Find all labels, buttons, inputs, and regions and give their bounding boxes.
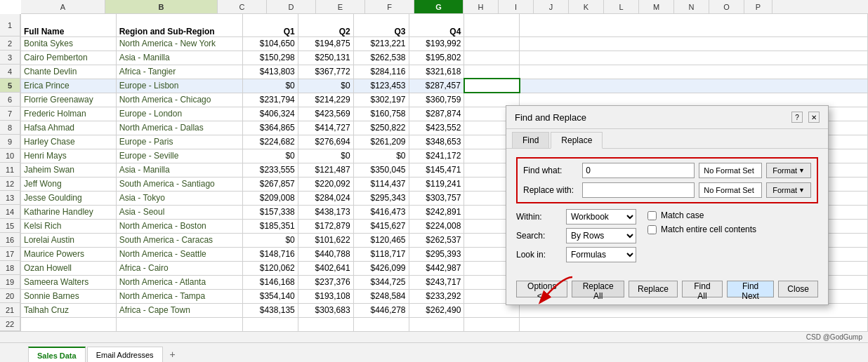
sheet-tab-email-addresses[interactable]: Email Addresses	[87, 347, 163, 362]
dialog-footer: Options << Replace All Replace Find All …	[506, 275, 828, 304]
col-header-D[interactable]: D	[267, 0, 316, 13]
row-header-19[interactable]: 19	[0, 275, 20, 289]
find-what-input-wrap: No Format Set Format ▼	[582, 163, 811, 178]
cell-F1[interactable]: Q4	[409, 14, 464, 36]
cell-C1[interactable]: Q1	[242, 14, 298, 36]
col-header-F[interactable]: F	[365, 0, 414, 13]
col-header-C[interactable]: C	[218, 0, 267, 13]
col-header-K[interactable]: K	[569, 0, 604, 13]
add-sheet-button[interactable]: +	[164, 347, 181, 362]
dialog-body: Find what: No Format Set Format ▼ Repl	[506, 149, 828, 275]
find-format-button[interactable]: Format ▼	[766, 163, 811, 178]
col-header-E[interactable]: E	[316, 0, 365, 13]
row-header-22[interactable]: 22	[0, 317, 20, 331]
col-header-H[interactable]: H	[463, 0, 499, 13]
col-header-M[interactable]: M	[639, 0, 674, 13]
options-button[interactable]: Options <<	[516, 281, 567, 297]
col-header-P[interactable]: P	[744, 0, 772, 13]
row-header-12[interactable]: 12	[0, 177, 20, 191]
row-header-20[interactable]: 20	[0, 289, 20, 303]
cell-G1[interactable]	[464, 14, 520, 36]
dialog-help-button[interactable]: ?	[791, 112, 803, 123]
row-header-4[interactable]: 4	[0, 65, 20, 79]
table-row: Full Name Region and Sub-Region Q1 Q2 Q3…	[21, 14, 868, 36]
row-header-11[interactable]: 11	[0, 163, 20, 177]
find-all-button[interactable]: Find All	[682, 281, 723, 297]
col-header-B[interactable]: B	[105, 0, 218, 13]
tab-find[interactable]: Find	[512, 132, 549, 148]
search-label: Search:	[516, 231, 562, 241]
cell-A3[interactable]: Cairo Pemberton	[21, 51, 116, 65]
row-header-13[interactable]: 13	[0, 191, 20, 205]
cell-G5[interactable]	[464, 79, 520, 93]
sheet-tab-sales-data[interactable]: Sales Data	[28, 347, 86, 362]
cell-B4[interactable]: Africa - Tangier	[116, 65, 242, 79]
row-header-5[interactable]: 5	[0, 79, 20, 93]
col-header-J[interactable]: J	[534, 0, 569, 13]
look-in-select[interactable]: Formulas Values Notes	[566, 247, 636, 262]
cell-A5[interactable]: Erica Prince	[21, 79, 116, 93]
find-what-input[interactable]	[582, 163, 695, 178]
col-header-N[interactable]: N	[674, 0, 709, 13]
cell-B3[interactable]: Asia - Manilla	[116, 51, 242, 65]
row-header-2[interactable]: 2	[0, 36, 20, 51]
row-header-17[interactable]: 17	[0, 247, 20, 261]
col-header-L[interactable]: L	[604, 0, 639, 13]
options-right: Match case Match entire cell contents	[647, 209, 756, 234]
row-header-10[interactable]: 10	[0, 149, 20, 163]
cell-A2[interactable]: Bonita Sykes	[21, 36, 116, 51]
row-header-8[interactable]: 8	[0, 121, 20, 135]
cell-B6[interactable]: North America - Chicago	[116, 93, 242, 107]
dropdown-arrow-icon: ▼	[798, 167, 805, 174]
row-header-18[interactable]: 18	[0, 261, 20, 275]
match-entire-checkbox[interactable]	[647, 225, 657, 234]
replace-format-button[interactable]: Format ▼	[766, 182, 811, 198]
match-case-checkbox[interactable]	[647, 211, 657, 220]
cell-E2[interactable]: $213,221	[353, 36, 409, 51]
row-header-14[interactable]: 14	[0, 205, 20, 219]
within-select[interactable]: Workbook Sheet	[566, 209, 636, 224]
search-row: Search: By Rows By Columns	[516, 228, 636, 243]
row-header-3[interactable]: 3	[0, 51, 20, 65]
find-next-button[interactable]: Find Next	[727, 281, 775, 297]
cell-B1[interactable]: Region and Sub-Region	[116, 14, 242, 36]
dialog-titlebar: Find and Replace ? ✕	[506, 106, 828, 129]
cell-A4[interactable]: Chante Devlin	[21, 65, 116, 79]
cell-B2[interactable]: North America - New York	[116, 36, 242, 51]
match-entire-label: Match entire cell contents	[661, 224, 756, 234]
dialog-close-x-button[interactable]: ✕	[808, 112, 820, 123]
row-header-7[interactable]: 7	[0, 107, 20, 121]
row-header-21[interactable]: 21	[0, 303, 20, 317]
close-button[interactable]: Close	[778, 281, 818, 297]
cell-A1[interactable]: Full Name	[21, 14, 116, 36]
find-replace-dialog[interactable]: Find and Replace ? ✕ Find Replace Find w…	[506, 105, 829, 305]
replace-with-input[interactable]	[582, 182, 695, 198]
cell-F2[interactable]: $193,992	[409, 36, 464, 51]
col-header-I[interactable]: I	[499, 0, 534, 13]
table-row: Florrie Greenaway North America - Chicag…	[21, 93, 868, 107]
tab-replace[interactable]: Replace	[551, 132, 603, 149]
col-header-O[interactable]: O	[709, 0, 744, 13]
cell-G2[interactable]	[464, 36, 520, 51]
cell-C2[interactable]: $104,650	[242, 36, 298, 51]
spreadsheet-container: A B C D E F G H I J K L M N O P 1 2 3 4 …	[0, 0, 868, 362]
search-select[interactable]: By Rows By Columns	[566, 228, 636, 243]
dialog-tabs: Find Replace	[506, 129, 828, 149]
cell-A6[interactable]: Florrie Greenaway	[21, 93, 116, 107]
cell-D2[interactable]: $194,875	[298, 36, 353, 51]
cell-E1[interactable]: Q3	[353, 14, 409, 36]
row-header-6[interactable]: 6	[0, 93, 20, 107]
cell-B5[interactable]: Europe - Lisbon	[116, 79, 242, 93]
replace-button[interactable]: Replace	[629, 281, 678, 297]
column-headers: A B C D E F G H I J K L M N O P	[21, 0, 868, 14]
row-header-15[interactable]: 15	[0, 219, 20, 233]
match-case-row: Match case	[647, 210, 756, 220]
col-header-A[interactable]: A	[21, 0, 105, 13]
row-header-1[interactable]: 1	[0, 14, 20, 36]
replace-all-button[interactable]: Replace All	[572, 281, 624, 297]
row-header-9[interactable]: 9	[0, 135, 20, 149]
look-in-label: Look in:	[516, 250, 562, 260]
cell-D1[interactable]: Q2	[298, 14, 353, 36]
row-header-16[interactable]: 16	[0, 233, 20, 247]
col-header-G[interactable]: G	[414, 0, 463, 13]
